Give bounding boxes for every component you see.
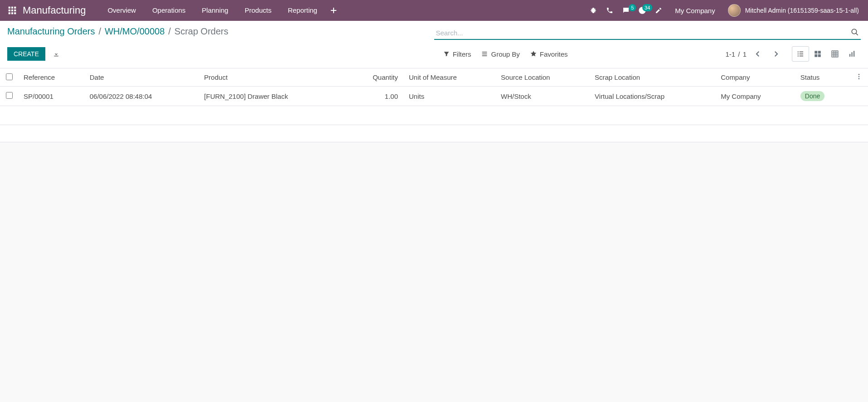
create-button[interactable]: CREATE <box>7 47 45 61</box>
table-header-row: Reference Date Product Quantity Unit of … <box>0 68 868 87</box>
col-quantity[interactable]: Quantity <box>347 68 403 87</box>
user-menu[interactable]: Mitchell Admin (16151359-saas-15-1-all) <box>723 4 863 17</box>
search-box[interactable] <box>434 26 861 40</box>
menu-reporting[interactable]: Reporting <box>280 0 325 21</box>
company-switcher[interactable]: My Company <box>667 7 723 15</box>
breadcrumb: Manufacturing Orders / WH/MO/00008 / Scr… <box>7 26 228 37</box>
user-name: Mitchell Admin (16151359-saas-15-1-all) <box>745 7 859 14</box>
col-uom[interactable]: Unit of Measure <box>403 68 495 87</box>
col-product[interactable]: Product <box>199 68 347 87</box>
messages-icon[interactable]: 5 <box>618 2 634 19</box>
breadcrumb-item-1[interactable]: WH/MO/00008 <box>105 26 165 37</box>
search-input[interactable] <box>434 27 861 39</box>
groupby-label: Group By <box>491 50 519 58</box>
breadcrumb-item-0[interactable]: Manufacturing Orders <box>7 26 95 37</box>
svg-rect-7 <box>11 12 13 14</box>
view-list-icon[interactable] <box>792 46 809 62</box>
svg-rect-20 <box>818 54 821 57</box>
cell-scrap-loc: Virtual Locations/Scrap <box>589 87 715 106</box>
favorites-label: Favorites <box>540 50 568 58</box>
view-pivot-icon[interactable] <box>826 46 844 62</box>
filters-button[interactable]: Filters <box>443 50 471 58</box>
col-reference[interactable]: Reference <box>18 68 84 87</box>
cell-product: [FURN_2100] Drawer Black <box>199 87 347 106</box>
row-checkbox[interactable] <box>6 92 13 99</box>
svg-point-27 <box>858 78 860 79</box>
svg-rect-5 <box>14 10 16 11</box>
svg-rect-0 <box>9 7 10 9</box>
svg-point-15 <box>798 55 799 56</box>
cell-reference: SP/00001 <box>18 87 84 106</box>
svg-rect-6 <box>9 12 10 14</box>
avatar <box>728 4 741 17</box>
col-date[interactable]: Date <box>84 68 199 87</box>
plus-icon[interactable] <box>325 2 342 19</box>
cell-quantity: 1.00 <box>347 87 403 106</box>
bug-icon[interactable] <box>585 2 601 19</box>
svg-rect-17 <box>815 51 817 53</box>
pager-text[interactable]: 1-1 / 1 <box>725 50 747 58</box>
breadcrumb-sep: / <box>168 26 171 37</box>
select-all-checkbox[interactable] <box>6 73 13 80</box>
favorites-button[interactable]: Favorites <box>530 50 568 58</box>
control-panel: Manufacturing Orders / WH/MO/00008 / Scr… <box>0 21 868 68</box>
svg-rect-1 <box>11 7 13 9</box>
breadcrumb-item-2: Scrap Orders <box>175 26 228 37</box>
groupby-button[interactable]: Group By <box>481 50 519 58</box>
table-row[interactable]: SP/00001 06/06/2022 08:48:04 [FURN_2100]… <box>0 87 868 106</box>
pager: 1-1 / 1 <box>725 47 783 61</box>
svg-rect-18 <box>818 51 821 53</box>
menu-operations[interactable]: Operations <box>144 0 194 21</box>
cell-status: Done <box>795 87 850 106</box>
pager-prev[interactable] <box>751 47 765 61</box>
status-badge: Done <box>800 91 824 101</box>
svg-rect-23 <box>852 52 853 57</box>
svg-rect-14 <box>800 53 803 54</box>
col-src-loc[interactable]: Source Location <box>495 68 589 87</box>
col-options-icon[interactable] <box>850 68 868 87</box>
col-company[interactable]: Company <box>715 68 795 87</box>
pager-next[interactable] <box>769 47 783 61</box>
svg-rect-21 <box>832 51 838 57</box>
svg-point-25 <box>858 74 860 75</box>
app-brand[interactable]: Manufacturing <box>23 5 86 16</box>
svg-rect-8 <box>14 12 16 14</box>
svg-point-10 <box>852 29 857 34</box>
apps-icon[interactable] <box>5 3 20 18</box>
navbar: Manufacturing Overview Operations Planni… <box>0 0 868 21</box>
svg-rect-3 <box>9 10 10 11</box>
svg-rect-12 <box>800 52 803 53</box>
col-scrap-loc[interactable]: Scrap Location <box>589 68 715 87</box>
svg-rect-2 <box>14 7 16 9</box>
cell-date: 06/06/2022 08:48:04 <box>84 87 199 106</box>
cell-uom: Units <box>403 87 495 106</box>
svg-point-13 <box>798 53 799 54</box>
svg-rect-22 <box>849 54 850 57</box>
menu-planning[interactable]: Planning <box>194 0 236 21</box>
tools-icon[interactable] <box>650 2 667 19</box>
view-kanban-icon[interactable] <box>809 46 826 62</box>
activities-icon[interactable]: 34 <box>634 2 650 19</box>
svg-rect-24 <box>853 51 854 57</box>
search-icon[interactable] <box>851 28 859 38</box>
menu-products[interactable]: Products <box>237 0 280 21</box>
breadcrumb-sep: / <box>98 26 101 37</box>
menu-overview[interactable]: Overview <box>99 0 144 21</box>
svg-rect-19 <box>815 54 817 57</box>
view-graph-icon[interactable] <box>844 46 861 62</box>
download-icon[interactable] <box>51 50 62 58</box>
col-status[interactable]: Status <box>795 68 850 87</box>
filters-label: Filters <box>453 50 471 58</box>
svg-rect-16 <box>800 56 803 57</box>
svg-point-11 <box>798 51 799 52</box>
list-view: Reference Date Product Quantity Unit of … <box>0 68 868 142</box>
svg-rect-4 <box>11 10 13 11</box>
cell-company: My Company <box>715 87 795 106</box>
phone-icon[interactable] <box>601 2 618 19</box>
svg-point-26 <box>858 76 860 77</box>
cell-src-loc: WH/Stock <box>495 87 589 106</box>
view-switcher <box>792 46 861 62</box>
